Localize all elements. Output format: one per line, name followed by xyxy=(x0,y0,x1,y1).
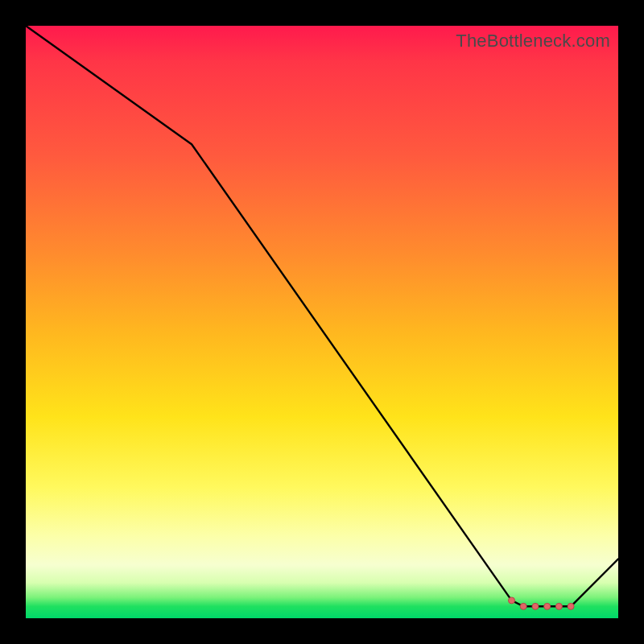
plot-area: TheBottleneck.com xyxy=(26,26,618,618)
data-marker xyxy=(520,603,526,609)
marker-group xyxy=(509,597,575,609)
watermark-label: TheBottleneck.com xyxy=(456,31,610,52)
data-marker xyxy=(532,603,539,609)
chart-svg xyxy=(26,26,618,618)
data-marker xyxy=(544,603,551,609)
data-marker xyxy=(509,597,515,604)
data-marker xyxy=(555,603,562,609)
data-marker xyxy=(568,603,574,609)
bottleneck-curve-path xyxy=(26,26,618,606)
chart-frame: TheBottleneck.com xyxy=(0,0,644,644)
